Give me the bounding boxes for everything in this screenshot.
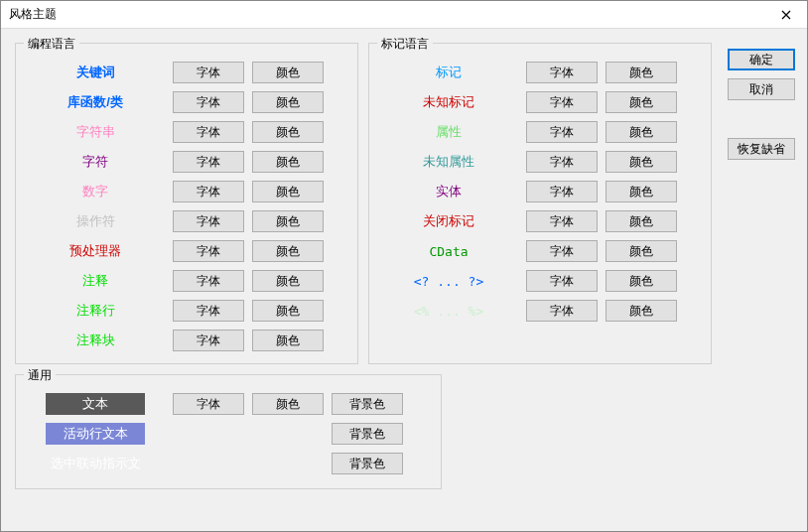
- general-bgcolor-button[interactable]: 背景色: [332, 393, 403, 415]
- prog-color-button[interactable]: 颜色: [252, 151, 324, 173]
- prog-row: 字符字体颜色: [26, 147, 347, 177]
- prog-item-label: 关键词: [26, 64, 165, 81]
- markup-item-label: CData: [379, 244, 518, 259]
- prog-row: 关键词字体颜色: [26, 58, 347, 87]
- markup-item-label: 未知标记: [379, 93, 518, 111]
- prog-row: 注释块字体颜色: [26, 326, 347, 355]
- markup-font-button[interactable]: 字体: [526, 62, 598, 83]
- markup-font-button[interactable]: 字体: [526, 210, 598, 232]
- group-programming: 编程语言 关键词字体颜色库函数/类字体颜色字符串字体颜色字符字体颜色数字字体颜色…: [15, 43, 358, 364]
- prog-row: 注释行字体颜色: [26, 296, 347, 326]
- prog-item-label: 库函数/类: [26, 93, 165, 111]
- markup-row: <% ... %>字体颜色: [379, 296, 701, 326]
- markup-font-button[interactable]: 字体: [526, 91, 598, 113]
- markup-font-button[interactable]: 字体: [526, 151, 598, 173]
- markup-item-label: 实体: [379, 183, 518, 200]
- cancel-button[interactable]: 取消: [728, 78, 795, 100]
- markup-color-button[interactable]: 颜色: [606, 270, 677, 292]
- general-item-label: 选中联动指示文: [46, 453, 145, 474]
- prog-row: 库函数/类字体颜色: [26, 87, 347, 117]
- markup-item-label: 标记: [379, 64, 518, 81]
- prog-color-button[interactable]: 颜色: [252, 240, 324, 262]
- markup-row: 关闭标记字体颜色: [379, 206, 701, 236]
- window-title: 风格主题: [9, 6, 57, 23]
- prog-item-label: 预处理器: [26, 242, 165, 260]
- markup-row: <? ... ?>字体颜色: [379, 266, 701, 296]
- prog-color-button[interactable]: 颜色: [252, 300, 324, 322]
- markup-item-label: <% ... %>: [379, 304, 518, 319]
- markup-row: 标记字体颜色: [379, 58, 701, 87]
- markup-color-button[interactable]: 颜色: [606, 151, 677, 173]
- group-general: 通用 文本字体颜色背景色活动行文本背景色选中联动指示文背景色: [15, 374, 442, 489]
- prog-row: 预处理器字体颜色: [26, 236, 347, 266]
- prog-font-button[interactable]: 字体: [173, 62, 244, 83]
- general-row: 文本字体颜色背景色: [26, 389, 431, 419]
- close-button[interactable]: [765, 1, 807, 29]
- general-font-button[interactable]: 字体: [173, 393, 244, 415]
- prog-item-label: 注释块: [26, 332, 165, 349]
- markup-color-button[interactable]: 颜色: [606, 62, 677, 83]
- prog-font-button[interactable]: 字体: [173, 121, 244, 143]
- markup-row: 属性字体颜色: [379, 117, 701, 147]
- prog-font-button[interactable]: 字体: [173, 151, 244, 173]
- prog-font-button[interactable]: 字体: [173, 240, 244, 262]
- general-bgcolor-button[interactable]: 背景色: [332, 453, 403, 474]
- group-markup-title: 标记语言: [377, 36, 433, 53]
- markup-color-button[interactable]: 颜色: [606, 240, 677, 262]
- ok-button[interactable]: 确定: [728, 49, 795, 70]
- markup-row: 未知标记字体颜色: [379, 87, 701, 117]
- markup-row: CData字体颜色: [379, 236, 701, 266]
- general-item-label-wrap: 文本: [26, 393, 165, 415]
- prog-font-button[interactable]: 字体: [173, 91, 244, 113]
- prog-item-label: 注释行: [26, 302, 165, 320]
- prog-color-button[interactable]: 颜色: [252, 330, 324, 351]
- prog-item-label: 数字: [26, 183, 165, 200]
- prog-row: 操作符字体颜色: [26, 206, 347, 236]
- general-item-label: 活动行文本: [46, 423, 145, 445]
- prog-row: 注释字体颜色: [26, 266, 347, 296]
- general-row: 活动行文本背景色: [26, 419, 431, 449]
- prog-row: 字符串字体颜色: [26, 117, 347, 147]
- markup-font-button[interactable]: 字体: [526, 121, 598, 143]
- markup-color-button[interactable]: 颜色: [606, 210, 677, 232]
- markup-row: 实体字体颜色: [379, 177, 701, 206]
- prog-font-button[interactable]: 字体: [173, 300, 244, 322]
- prog-color-button[interactable]: 颜色: [252, 91, 324, 113]
- markup-color-button[interactable]: 颜色: [606, 121, 677, 143]
- restore-defaults-button[interactable]: 恢复缺省: [728, 138, 795, 160]
- general-item-label: 文本: [46, 393, 145, 415]
- general-row: 选中联动指示文背景色: [26, 449, 431, 478]
- prog-item-label: 操作符: [26, 212, 165, 230]
- dialog-window: 风格主题 编程语言 关键词字体颜色库函数/类字体颜色字符串字体颜色字符字体颜色数…: [0, 0, 808, 532]
- prog-color-button[interactable]: 颜色: [252, 270, 324, 292]
- prog-color-button[interactable]: 颜色: [252, 210, 324, 232]
- dialog-body: 编程语言 关键词字体颜色库函数/类字体颜色字符串字体颜色字符字体颜色数字字体颜色…: [1, 29, 807, 531]
- markup-font-button[interactable]: 字体: [526, 300, 598, 322]
- markup-color-button[interactable]: 颜色: [606, 91, 677, 113]
- prog-color-button[interactable]: 颜色: [252, 121, 324, 143]
- markup-item-label: <? ... ?>: [379, 274, 518, 289]
- prog-color-button[interactable]: 颜色: [252, 181, 324, 202]
- general-item-label-wrap: 活动行文本: [26, 423, 165, 445]
- markup-color-button[interactable]: 颜色: [606, 300, 677, 322]
- prog-color-button[interactable]: 颜色: [252, 62, 324, 83]
- general-color-button[interactable]: 颜色: [252, 393, 324, 415]
- prog-font-button[interactable]: 字体: [173, 181, 244, 202]
- markup-font-button[interactable]: 字体: [526, 240, 598, 262]
- prog-item-label: 字符串: [26, 123, 165, 141]
- prog-row: 数字字体颜色: [26, 177, 347, 206]
- general-bgcolor-button[interactable]: 背景色: [332, 423, 403, 445]
- markup-item-label: 关闭标记: [379, 212, 518, 230]
- prog-font-button[interactable]: 字体: [173, 270, 244, 292]
- markup-font-button[interactable]: 字体: [526, 270, 598, 292]
- prog-item-label: 字符: [26, 153, 165, 171]
- group-general-title: 通用: [24, 367, 56, 384]
- general-item-label-wrap: 选中联动指示文: [26, 453, 165, 474]
- prog-font-button[interactable]: 字体: [173, 210, 244, 232]
- prog-item-label: 注释: [26, 272, 165, 290]
- group-markup: 标记语言 标记字体颜色未知标记字体颜色属性字体颜色未知属性字体颜色实体字体颜色关…: [368, 43, 712, 364]
- prog-font-button[interactable]: 字体: [173, 330, 244, 351]
- markup-font-button[interactable]: 字体: [526, 181, 598, 202]
- markup-color-button[interactable]: 颜色: [606, 181, 677, 202]
- markup-row: 未知属性字体颜色: [379, 147, 701, 177]
